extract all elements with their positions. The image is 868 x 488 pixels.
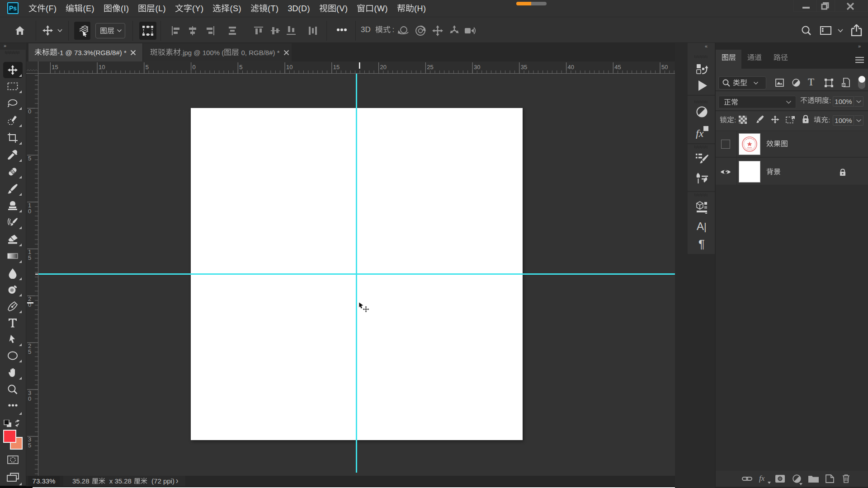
svg-text:5: 5 (28, 442, 31, 449)
svg-text:20: 20 (380, 64, 387, 70)
svg-text:fx: fx (696, 127, 704, 139)
svg-text:25: 25 (427, 64, 433, 70)
svg-text:5: 5 (28, 155, 31, 162)
svg-text:0: 0 (28, 395, 31, 402)
svg-text:5: 5 (239, 64, 242, 70)
svg-text:30: 30 (474, 64, 480, 70)
svg-text:15: 15 (333, 64, 340, 70)
svg-text:45: 45 (614, 64, 621, 70)
svg-text:0: 0 (28, 108, 31, 115)
svg-text:40: 40 (568, 64, 574, 70)
svg-text:15: 15 (52, 64, 58, 70)
svg-text:5: 5 (146, 64, 149, 70)
svg-text:10: 10 (286, 64, 292, 70)
svg-text:0: 0 (193, 64, 196, 70)
svg-text:5: 5 (28, 348, 31, 355)
svg-text:35: 35 (521, 64, 527, 70)
svg-text:5: 5 (28, 254, 31, 261)
svg-text:10: 10 (99, 64, 105, 70)
svg-text:50: 50 (661, 64, 668, 70)
svg-text:0: 0 (28, 208, 31, 215)
